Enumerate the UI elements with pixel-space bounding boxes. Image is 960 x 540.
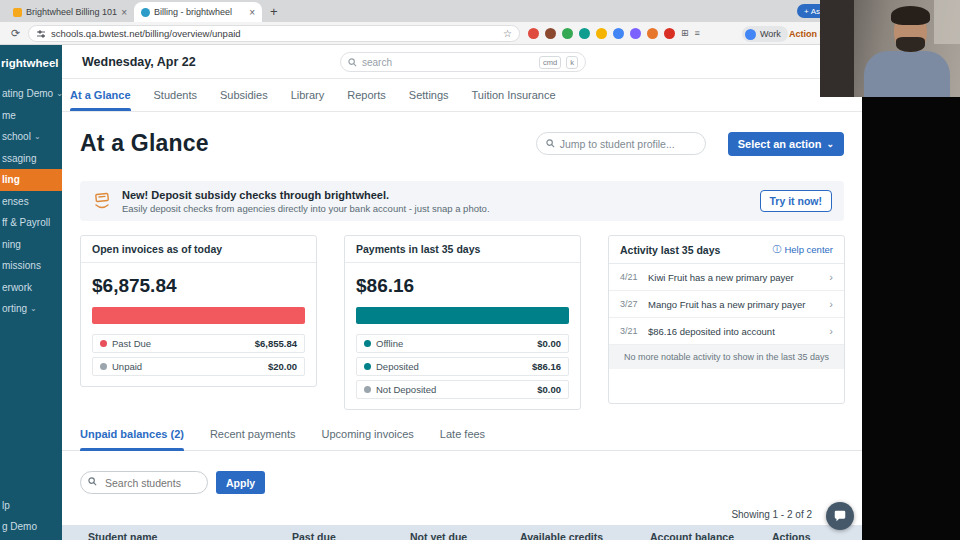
card-title: Activity last 35 days <box>620 244 720 256</box>
search-students-input[interactable] <box>80 471 208 494</box>
extension-icon[interactable] <box>562 28 573 39</box>
extension-icon[interactable] <box>613 28 624 39</box>
extensions-puzzle-icon[interactable]: ⊞ <box>681 28 689 39</box>
brightwheel-logo: rightwheel <box>1 57 62 69</box>
jump-placeholder: Jump to student profile... <box>560 138 675 150</box>
balances-tabs: Unpaid balances (2) Recent payments Upco… <box>62 428 862 451</box>
k-keycap: k <box>566 56 578 69</box>
tab-students[interactable]: Students <box>154 79 197 111</box>
tab-unpaid-balances[interactable]: Unpaid balances (2) <box>80 428 184 450</box>
summary-cards: Open invoices as of today $6,875.84 Past… <box>80 235 844 410</box>
open-invoices-amount: $6,875.84 <box>92 275 305 297</box>
sidebar-item-my-school[interactable]: school ⌄ <box>0 126 62 148</box>
tune-icon <box>36 29 46 39</box>
column-available-credits: Available credits <box>520 531 603 540</box>
banner-subtitle: Easily deposit checks from agencies dire… <box>122 203 490 214</box>
help-center-link[interactable]: ⓘ Help center <box>772 243 833 256</box>
chevron-down-icon: ⌄ <box>34 132 41 141</box>
person-torso <box>864 51 950 97</box>
tab-late-fees[interactable]: Late fees <box>440 428 485 450</box>
browser-tab-billing-101[interactable]: Brightwheel Billing 101: Set × <box>6 2 134 22</box>
close-icon[interactable]: × <box>121 7 127 18</box>
column-account-balance: Account balance <box>650 531 734 540</box>
extension-icon[interactable] <box>647 28 658 39</box>
address-bar[interactable]: schools.qa.bwtest.net/billing/overview/u… <box>28 25 520 42</box>
sidebar-item-admissions[interactable]: missions <box>0 255 62 277</box>
column-student-name: Student name <box>88 531 157 540</box>
refresh-icon[interactable]: ⟳ <box>11 27 20 40</box>
extension-icon[interactable] <box>596 28 607 39</box>
search-icon <box>348 58 357 67</box>
open-invoices-card: Open invoices as of today $6,875.84 Past… <box>80 235 317 387</box>
sidebar-item-messaging[interactable]: ssaging <box>0 148 62 170</box>
tab-subsidies[interactable]: Subsidies <box>220 79 268 111</box>
bookmark-star-icon[interactable]: ☆ <box>503 28 512 39</box>
try-it-now-button[interactable]: Try it now! <box>760 190 833 212</box>
sidebar-item-learning[interactable]: ning <box>0 234 62 256</box>
tab-library[interactable]: Library <box>291 79 325 111</box>
column-actions: Actions <box>772 531 811 540</box>
new-tab-button[interactable]: + <box>270 5 278 18</box>
card-title: Open invoices as of today <box>81 236 316 263</box>
search-icon <box>546 139 555 148</box>
sidebar-item-help[interactable]: lp <box>2 500 37 511</box>
apply-button[interactable]: Apply <box>216 471 265 494</box>
sidebar-item-school-switcher[interactable]: ating Demo ⌄ <box>0 83 62 105</box>
select-an-action-button[interactable]: Select an action ⌄ <box>728 132 844 156</box>
sidebar-item-staff-payroll[interactable]: ff & Payroll <box>0 212 62 234</box>
open-invoices-bar <box>92 307 305 324</box>
extension-icon[interactable] <box>528 28 539 39</box>
search-placeholder: search <box>362 57 534 68</box>
chevron-down-icon: ⌄ <box>30 304 37 313</box>
extension-icon[interactable] <box>664 28 675 39</box>
activity-empty-message: No more notable activity to show in the … <box>609 345 844 369</box>
global-search-input[interactable]: search cmd k <box>340 52 586 72</box>
activity-row[interactable]: 4/21 Kiwi Fruit has a new primary payer … <box>609 264 844 291</box>
profile-button[interactable]: Work <box>742 26 788 42</box>
legend-dot <box>364 386 371 393</box>
profile-label: Work <box>760 29 781 39</box>
tab-recent-payments[interactable]: Recent payments <box>210 428 296 450</box>
page-content: At a Glance Jump to student profile... S… <box>62 130 862 540</box>
extension-icon[interactable] <box>630 28 641 39</box>
sidebar-item-reporting[interactable]: orting ⌄ <box>0 298 62 320</box>
sidebar-item-account[interactable]: g Demo <box>2 521 37 532</box>
extension-icon[interactable] <box>545 28 556 39</box>
chat-widget-button[interactable] <box>826 502 854 530</box>
chevron-right-icon: › <box>829 298 833 310</box>
assistant-pill-label: As <box>811 7 820 16</box>
activity-row[interactable]: 3/27 Mango Fruit has a new primary payer… <box>609 291 844 318</box>
results-count: Showing 1 - 2 of 2 <box>80 509 844 520</box>
sidebar-item-expenses[interactable]: enses <box>0 191 62 213</box>
tab-settings[interactable]: Settings <box>409 79 449 111</box>
tab-upcoming-invoices[interactable]: Upcoming invoices <box>322 428 414 450</box>
chevron-down-icon: ⌄ <box>826 139 834 149</box>
current-date: Wednesday, Apr 22 <box>82 55 196 69</box>
activity-row[interactable]: 3/21 $86.16 deposited into account › <box>609 318 844 345</box>
sidebar-item-paperwork[interactable]: erwork <box>0 277 62 299</box>
legend-row-deposited: Deposited $86.16 <box>356 357 569 376</box>
tab-reports[interactable]: Reports <box>347 79 386 111</box>
legend-dot <box>100 363 107 370</box>
browser-tab-billing[interactable]: Billing - brightwheel × <box>134 2 262 22</box>
billing-nav: At a Glance Students Subsidies Library R… <box>62 79 862 112</box>
extension-icons: ⊞ ≡ <box>528 28 700 39</box>
chevron-right-icon: › <box>829 271 833 283</box>
sidebar-item-billing[interactable]: ling <box>0 169 62 191</box>
info-icon: ⓘ <box>772 243 781 256</box>
legend-row-not-deposited: Not Deposited $0.00 <box>356 380 569 399</box>
column-past-due: Past due <box>292 531 336 540</box>
browser-tab-strip: Brightwheel Billing 101: Set × Billing -… <box>0 0 960 22</box>
extension-icon[interactable] <box>579 28 590 39</box>
legend-row-past-due: Past Due $6,855.84 <box>92 334 305 353</box>
column-not-yet-due: Not yet due <box>410 531 467 540</box>
close-icon[interactable]: × <box>249 7 255 18</box>
tab-at-a-glance[interactable]: At a Glance <box>70 79 131 111</box>
subsidy-deposit-banner: New! Deposit subsidy checks through brig… <box>80 181 844 221</box>
browser-menu-icon[interactable]: ≡ <box>695 28 700 39</box>
jump-to-student-input[interactable]: Jump to student profile... <box>536 132 706 155</box>
sidebar-item-home[interactable]: me <box>0 105 62 127</box>
avatar <box>745 29 756 40</box>
payments-bar <box>356 307 569 324</box>
tab-tuition-insurance[interactable]: Tuition Insurance <box>472 79 556 111</box>
